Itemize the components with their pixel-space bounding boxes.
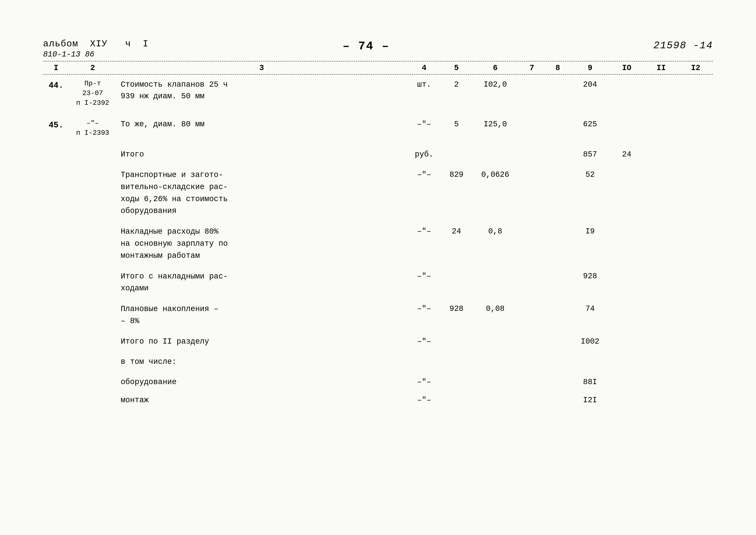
col-header-12: I2 bbox=[678, 64, 713, 72]
row-col10-itogo: 24 bbox=[609, 149, 644, 160]
header-separator bbox=[43, 61, 713, 61]
row-ref-45: –"– п I-2393 bbox=[69, 119, 116, 138]
row-num-plan bbox=[43, 303, 69, 303]
table-row: оборудование –"– 88I bbox=[43, 376, 713, 388]
table-row: Итого руб. 857 24 bbox=[43, 149, 713, 160]
col-header-6: 6 bbox=[472, 64, 519, 72]
page-number: – 74 – bbox=[149, 39, 583, 53]
row-num-itogo3 bbox=[43, 336, 69, 336]
row-desc-plan: Плановые накопления – – 8% bbox=[116, 303, 407, 327]
row-col5-plan: 928 bbox=[441, 303, 472, 315]
table-row: Итого с накладными рас- ходами –"– 928 bbox=[43, 270, 713, 295]
table-row: в том числе: bbox=[43, 356, 713, 368]
row-desc-montaj: монтаж bbox=[116, 394, 407, 406]
row-num-itogo bbox=[43, 149, 69, 149]
row-unit-obor: –"– bbox=[407, 376, 441, 388]
header-subtitle: 810-1-13 86 bbox=[43, 50, 149, 59]
col-header-5: 5 bbox=[441, 64, 472, 72]
columns-header: I 2 3 4 5 6 7 8 9 IO II I2 bbox=[43, 64, 713, 74]
row-desc-itogo3: Итого по II разделу bbox=[116, 336, 407, 348]
row-col5-transp: 829 bbox=[441, 169, 472, 181]
row-ref-44: Пр-т 23-07 п I-2392 bbox=[69, 79, 116, 108]
row-desc-44: Стоимость клапанов 25 ч 939 нж диам. 50 … bbox=[116, 79, 407, 102]
row-desc-vtom: в том числе: bbox=[116, 356, 407, 368]
col-header-9: 9 bbox=[571, 64, 609, 72]
table-row: 45. –"– п I-2393 То же, диам. 80 мм –"– … bbox=[43, 119, 713, 138]
row-desc-naklad: Накладные расходы 80% на основную зарпла… bbox=[116, 226, 407, 262]
row-num-naklad bbox=[43, 226, 69, 226]
row-desc-itogo: Итого bbox=[116, 149, 407, 160]
row-col9-naklad: I9 bbox=[571, 226, 609, 237]
table-row: 44. Пр-т 23-07 п I-2392 Стоимость клапан… bbox=[43, 79, 713, 108]
col-header-7: 7 bbox=[519, 64, 545, 72]
row-unit-itogo: руб. bbox=[407, 149, 441, 160]
row-unit-itogo3: –"– bbox=[407, 336, 441, 348]
row-unit-transp: –"– bbox=[407, 169, 441, 181]
col-header-3: 3 bbox=[116, 64, 407, 72]
data-rows: 44. Пр-т 23-07 п I-2392 Стоимость клапан… bbox=[43, 79, 713, 406]
row-unit-montaj: –"– bbox=[407, 394, 441, 406]
col-header-1: I bbox=[43, 64, 69, 72]
row-col9-itogo: 857 bbox=[571, 149, 609, 160]
table-row: Транспортные и загото- вительно-складски… bbox=[43, 169, 713, 217]
row-col5-45: 5 bbox=[441, 119, 472, 130]
row-col5-44: 2 bbox=[441, 79, 472, 91]
doc-number: 21598 -14 bbox=[583, 39, 713, 51]
header-left: альбом XIУ ч I 810-1-13 86 bbox=[43, 39, 149, 59]
row-num-45: 45. bbox=[43, 119, 69, 131]
col-header-8: 8 bbox=[545, 64, 571, 72]
row-desc-itogo2: Итого с накладными рас- ходами bbox=[116, 270, 407, 295]
row-num-transp bbox=[43, 169, 69, 169]
col-header-11: II bbox=[644, 64, 678, 72]
header-title: альбом XIУ ч I bbox=[43, 39, 149, 49]
row-unit-itogo2: –"– bbox=[407, 270, 441, 282]
row-col6-44: I02,0 bbox=[472, 79, 519, 91]
col-header-4: 4 bbox=[407, 64, 441, 72]
album-label: альбом bbox=[43, 39, 78, 49]
row-desc-obor: оборудование bbox=[116, 376, 407, 388]
row-num-44: 44. bbox=[43, 79, 69, 92]
row-col5-naklad: 24 bbox=[441, 226, 472, 237]
col-header-10: IO bbox=[609, 64, 644, 72]
row-col9-transp: 52 bbox=[571, 169, 609, 181]
part-label: ч bbox=[125, 39, 131, 49]
row-col6-transp: 0,0626 bbox=[472, 169, 519, 181]
col-header-2: 2 bbox=[69, 64, 116, 72]
album-value: XIУ bbox=[90, 39, 108, 49]
row-col9-plan: 74 bbox=[571, 303, 609, 315]
row-col9-itogo2: 928 bbox=[571, 270, 609, 282]
row-col9-45: 625 bbox=[571, 119, 609, 130]
row-num-vtom bbox=[43, 356, 69, 356]
table-row: Накладные расходы 80% на основную зарпла… bbox=[43, 226, 713, 262]
row-num-itogo2 bbox=[43, 270, 69, 271]
row-col9-montaj: I2I bbox=[571, 394, 609, 406]
row-unit-45: –"– bbox=[407, 119, 441, 130]
row-num-montaj bbox=[43, 394, 69, 395]
part-value: I bbox=[143, 39, 149, 49]
table-row: Итого по II разделу –"– I002 bbox=[43, 336, 713, 348]
table-row: Плановые накопления – – 8% –"– 928 0,08 … bbox=[43, 303, 713, 327]
row-unit-naklad: –"– bbox=[407, 226, 441, 237]
row-desc-transp: Транспортные и загото- вительно-складски… bbox=[116, 169, 407, 217]
page: альбом XIУ ч I 810-1-13 86 – 74 – 21598 … bbox=[0, 0, 756, 535]
table-row: монтаж –"– I2I bbox=[43, 394, 713, 406]
row-col9-obor: 88I bbox=[571, 376, 609, 388]
row-unit-plan: –"– bbox=[407, 303, 441, 315]
row-col6-plan: 0,08 bbox=[472, 303, 519, 315]
header: альбом XIУ ч I 810-1-13 86 – 74 – 21598 … bbox=[43, 39, 713, 59]
row-col6-45: I25,0 bbox=[472, 119, 519, 130]
row-col6-naklad: 0,8 bbox=[472, 226, 519, 237]
row-col9-44: 204 bbox=[571, 79, 609, 91]
row-unit-44: шт. bbox=[407, 79, 441, 91]
row-col9-itogo3: I002 bbox=[571, 336, 609, 348]
row-num-obor bbox=[43, 376, 69, 377]
row-desc-45: То же, диам. 80 мм bbox=[116, 119, 407, 130]
